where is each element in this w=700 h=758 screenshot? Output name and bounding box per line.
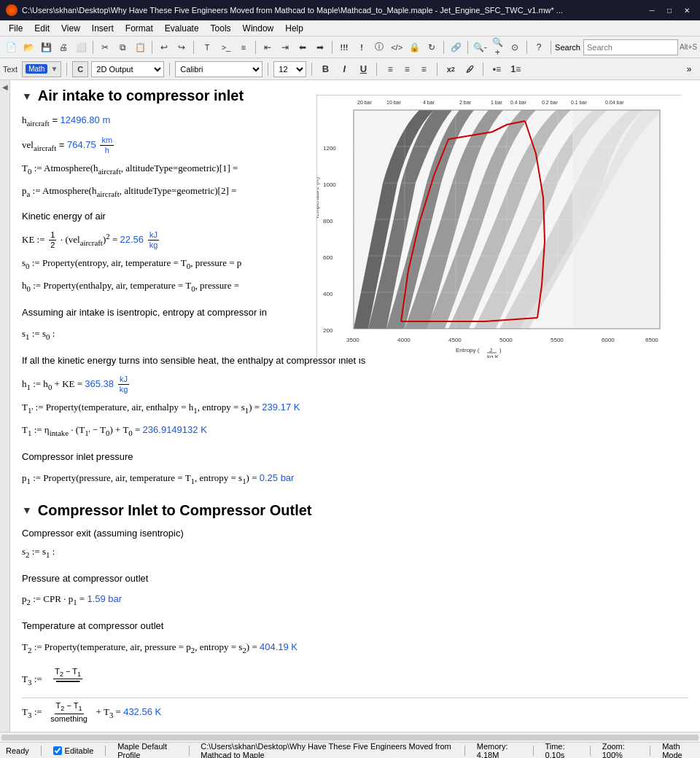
lock-btn[interactable]: 🔒 bbox=[406, 39, 422, 55]
menu-format[interactable]: Format bbox=[120, 22, 159, 35]
zoom-in-btn[interactable]: 🔍+ bbox=[489, 39, 505, 55]
svg-text:1000: 1000 bbox=[323, 181, 336, 188]
cut-button[interactable]: ✂ bbox=[97, 39, 113, 55]
code-btn2[interactable]: </> bbox=[389, 39, 405, 55]
toolbar-sep-5 bbox=[332, 41, 332, 54]
svg-text:5500: 5500 bbox=[551, 337, 564, 343]
toolbar-sep-4 bbox=[255, 41, 256, 54]
minimize-button[interactable]: ─ bbox=[645, 4, 659, 16]
undo-button[interactable]: ↩ bbox=[156, 39, 172, 55]
editable-label: Editable bbox=[65, 746, 94, 755]
copy-button[interactable]: ⧉ bbox=[114, 39, 131, 55]
menu-view[interactable]: View bbox=[55, 22, 86, 35]
status-sep-6 bbox=[590, 746, 591, 756]
help-btn[interactable]: ? bbox=[531, 39, 547, 55]
output-mode-select[interactable]: 2D Output 1D Output bbox=[91, 61, 164, 77]
indent-button[interactable]: ⇤ bbox=[260, 39, 276, 55]
zoom-out-btn[interactable]: 🔍- bbox=[472, 39, 488, 55]
redo-button[interactable]: ↪ bbox=[174, 39, 190, 55]
mode-chevron: ▼ bbox=[50, 65, 58, 73]
toolbar-expand-btn[interactable]: » bbox=[681, 61, 697, 77]
zoom-reset-btn[interactable]: ⊙ bbox=[507, 39, 523, 55]
menu-window[interactable]: Window bbox=[237, 22, 280, 35]
math-mode-toggle[interactable]: Math ▼ bbox=[22, 61, 61, 77]
svg-text:4 bar: 4 bar bbox=[423, 100, 435, 105]
underline-button[interactable]: U bbox=[355, 61, 371, 77]
code-button[interactable]: >_ bbox=[218, 39, 234, 55]
toolbar-sep-1 bbox=[93, 41, 93, 54]
memory-status: Memory: 4.18M bbox=[477, 742, 521, 759]
left-gutter: ◀ bbox=[0, 80, 10, 732]
svg-text:Entropy (: Entropy ( bbox=[456, 347, 480, 353]
T2-block: T2 := Property(temperature, air, pressur… bbox=[22, 640, 688, 657]
font-size-select[interactable]: 12 10 14 16 bbox=[273, 61, 306, 77]
list-button[interactable]: ≡ bbox=[236, 39, 252, 55]
maximize-button[interactable]: □ bbox=[662, 4, 677, 16]
svg-text:1200: 1200 bbox=[323, 145, 336, 152]
svg-text:): ) bbox=[499, 347, 502, 353]
number-list-btn[interactable]: 1≡ bbox=[508, 61, 524, 77]
toolbar-sep-3 bbox=[193, 41, 194, 54]
subscript-btn[interactable]: x2 bbox=[443, 61, 459, 77]
close-button[interactable]: ✕ bbox=[680, 4, 694, 16]
gutter-arrow[interactable]: ◀ bbox=[2, 83, 8, 91]
content-area[interactable]: ▼ Air intake to compressor inlet bbox=[10, 80, 700, 732]
highlight-btn[interactable]: 🖊 bbox=[462, 61, 478, 77]
menu-insert[interactable]: Insert bbox=[86, 22, 120, 35]
svg-text:4500: 4500 bbox=[448, 337, 462, 343]
svg-text:kg K: kg K bbox=[487, 353, 499, 358]
section1-arrow[interactable]: ▼ bbox=[22, 90, 32, 102]
T3-block: T3 := T2 − T1 ▔▔▔▔ bbox=[22, 667, 688, 692]
p1-block: p1 := Property(pressure, air, temperatur… bbox=[22, 471, 688, 488]
menu-edit[interactable]: Edit bbox=[28, 22, 55, 35]
search-input[interactable] bbox=[583, 39, 678, 55]
section2-arrow[interactable]: ▼ bbox=[22, 504, 32, 516]
save-button[interactable]: 💾 bbox=[38, 39, 54, 55]
paste-button[interactable]: 📋 bbox=[132, 39, 148, 55]
p2-block: p2 := CPR · p1 = 1.59 bar bbox=[22, 592, 688, 609]
print-button[interactable]: 🖨 bbox=[55, 39, 71, 55]
math-btn2[interactable]: ! bbox=[354, 39, 370, 55]
bold-button[interactable]: B bbox=[317, 61, 333, 77]
svg-text:6000: 6000 bbox=[602, 337, 615, 343]
align-right-tb[interactable]: ➡ bbox=[312, 39, 328, 55]
math-btn1[interactable]: !!! bbox=[336, 39, 352, 55]
align-left-tb[interactable]: ⬅ bbox=[295, 39, 311, 55]
refresh-btn[interactable]: ↻ bbox=[424, 39, 440, 55]
italic-button[interactable]: I bbox=[336, 61, 352, 77]
align-left-btn[interactable]: ≡ bbox=[382, 61, 398, 77]
title-bar: C:\Users\skhan\Desktop\Why Have These Fi… bbox=[0, 0, 700, 20]
font-select[interactable]: Calibri Arial Times New Roman bbox=[175, 61, 262, 77]
link-btn[interactable]: 🔗 bbox=[448, 39, 464, 55]
c-button[interactable]: C bbox=[72, 61, 88, 77]
format-sep-4 bbox=[311, 63, 312, 76]
status-sep-3 bbox=[189, 746, 190, 756]
outdent-button[interactable]: ⇥ bbox=[277, 39, 293, 55]
menu-file[interactable]: File bbox=[3, 22, 28, 35]
scrollbar-thumb-h[interactable] bbox=[1, 735, 699, 741]
horizontal-scrollbar[interactable] bbox=[0, 732, 700, 742]
zoom-status: Zoom: 100% bbox=[602, 742, 639, 759]
svg-text:0.04 bar: 0.04 bar bbox=[605, 100, 624, 105]
toolbar-sep-7 bbox=[467, 41, 468, 54]
svg-text:10 bar: 10 bar bbox=[386, 100, 402, 105]
editable-checkbox[interactable] bbox=[53, 746, 62, 755]
bullet-btn[interactable]: •≡ bbox=[489, 61, 505, 77]
search-shortcut: Alt+S bbox=[680, 43, 697, 51]
svg-text:Temperature (K): Temperature (K) bbox=[317, 177, 320, 219]
text-mode-button[interactable]: T bbox=[198, 39, 217, 55]
zoom-label: Zoom: 100% bbox=[602, 742, 639, 759]
search-label: Search bbox=[555, 43, 580, 52]
export-button[interactable]: ⬜ bbox=[73, 39, 89, 55]
menu-evaluate[interactable]: Evaluate bbox=[159, 22, 205, 35]
text-label: Text bbox=[3, 65, 18, 74]
info-btn[interactable]: ⓘ bbox=[371, 39, 387, 55]
new-button[interactable]: 📄 bbox=[3, 39, 19, 55]
open-button[interactable]: 📂 bbox=[20, 39, 36, 55]
menu-help[interactable]: Help bbox=[279, 22, 309, 35]
format-sep-7 bbox=[483, 63, 483, 76]
menu-tools[interactable]: Tools bbox=[205, 22, 237, 35]
align-center-btn[interactable]: ≡ bbox=[399, 61, 415, 77]
align-right-btn[interactable]: ≡ bbox=[416, 61, 432, 77]
time-label: Time: 0.10s bbox=[545, 742, 578, 759]
